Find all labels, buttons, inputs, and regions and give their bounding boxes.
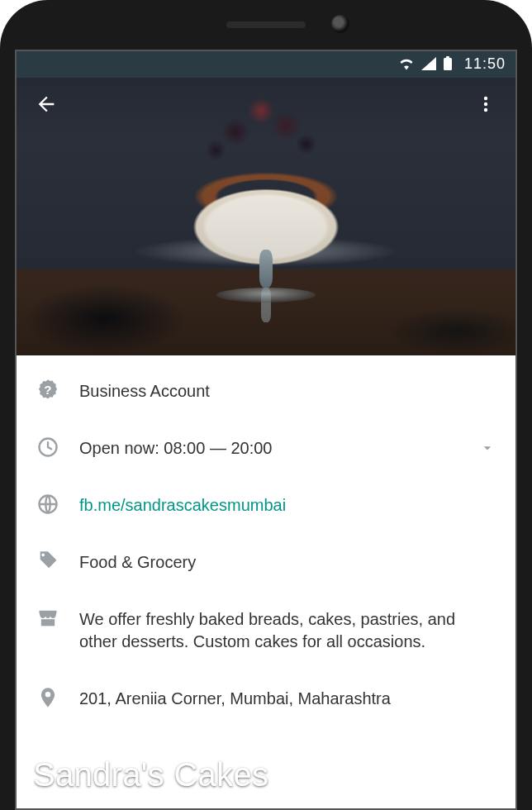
tag-icon	[36, 550, 59, 573]
svg-rect-0	[444, 58, 452, 70]
phone-volume-down	[0, 509, 3, 584]
phone-power-button	[529, 177, 532, 215]
app-bar	[15, 78, 517, 131]
svg-rect-1	[446, 56, 449, 59]
chevron-down-icon	[479, 440, 496, 456]
back-button[interactable]	[30, 88, 63, 121]
phone-front-camera	[331, 15, 349, 33]
status-bar: 11:50	[15, 50, 517, 78]
business-title: Sandra's Cakes	[33, 756, 268, 793]
more-vertical-icon	[476, 94, 496, 114]
category-label: Food & Grocery	[79, 550, 496, 574]
wifi-icon	[398, 57, 415, 70]
phone-speaker	[226, 21, 306, 28]
row-category: Food & Grocery	[15, 533, 517, 590]
phone-volume-up	[0, 418, 3, 493]
business-info-list: ? Business Account Open now: 08:00 — 20:…	[15, 355, 517, 810]
website-link[interactable]: fb.me/sandrascakesmumbai	[79, 493, 496, 517]
more-menu-button[interactable]	[469, 88, 502, 121]
phone-side-button	[0, 177, 3, 215]
svg-text:?: ?	[44, 383, 51, 397]
store-icon	[36, 607, 59, 630]
svg-rect-8	[41, 619, 55, 626]
svg-point-3	[484, 102, 487, 106]
description-text: We offer freshly baked breads, cakes, pa…	[79, 607, 496, 653]
svg-point-2	[484, 97, 487, 100]
verified-help-icon: ?	[36, 379, 59, 402]
address-text: 201, Areniia Corner, Mumbai, Maharashtra	[79, 686, 496, 710]
row-website[interactable]: fb.me/sandrascakesmumbai	[15, 476, 517, 533]
row-hours[interactable]: Open now: 08:00 — 20:00	[15, 419, 517, 476]
battery-icon	[443, 56, 453, 71]
business-account-label: Business Account	[79, 379, 496, 403]
arrow-left-icon	[35, 93, 58, 116]
row-business-account: ? Business Account	[15, 362, 517, 419]
row-description: We offer freshly baked breads, cakes, pa…	[15, 590, 517, 669]
clock-text: 11:50	[464, 55, 506, 73]
screen: 11:50 Sandra's Cakes ? Business Account	[15, 50, 517, 810]
clock-icon	[36, 436, 59, 459]
svg-point-4	[484, 108, 487, 112]
cellular-icon	[421, 57, 436, 70]
location-pin-icon	[36, 686, 59, 709]
globe-icon	[36, 493, 59, 516]
row-address[interactable]: 201, Areniia Corner, Mumbai, Maharashtra	[15, 669, 517, 727]
hours-label: Open now: 08:00 — 20:00	[79, 436, 454, 460]
